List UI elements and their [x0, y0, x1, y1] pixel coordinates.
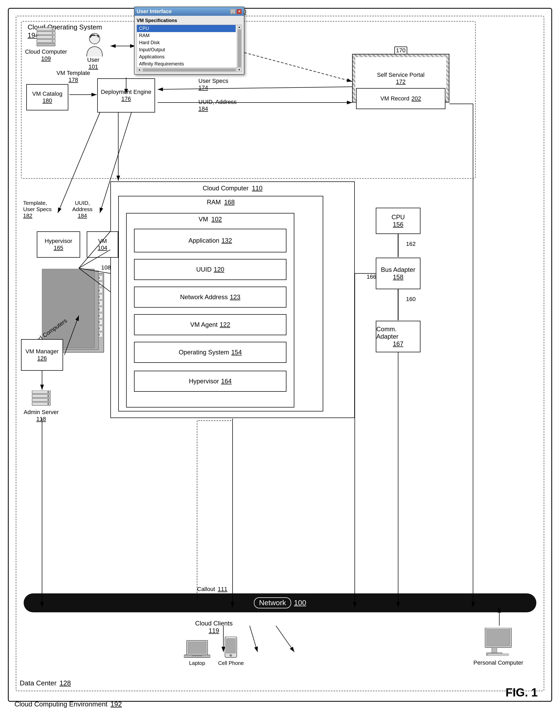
- vm-104-box: VM 104: [87, 231, 118, 258]
- scroll-up[interactable]: ▲: [238, 25, 241, 29]
- cpu-box: CPU 156: [376, 208, 420, 234]
- svg-point-38: [47, 395, 49, 397]
- deployment-engine-box: Deployment Engine 176: [97, 78, 155, 113]
- list-item-harddisk[interactable]: Hard Disk: [137, 39, 236, 46]
- client-icons: Laptop Cell Phone: [184, 637, 244, 666]
- deployment-engine-label: Deployment Engine 176: [101, 89, 151, 102]
- uuid-box: UUID 120: [134, 259, 286, 280]
- scroll-thumb: [238, 29, 241, 67]
- pc-icon: [481, 628, 515, 659]
- scroll-down[interactable]: ▼: [238, 68, 241, 72]
- list-item-io[interactable]: Input/Output: [137, 46, 236, 53]
- network-oval: Network: [254, 597, 291, 608]
- svg-point-7: [52, 40, 53, 42]
- personal-computer: Personal Computer: [473, 628, 523, 666]
- laptop-device: Laptop: [184, 639, 210, 666]
- scrollbar: ▲ ▼: [237, 25, 242, 72]
- svg-point-39: [47, 399, 49, 401]
- os-box: Operating System 154: [134, 342, 286, 363]
- vm-template-label: VM Template 178: [57, 70, 90, 83]
- vm-agent-box: VM Agent 122: [134, 314, 286, 335]
- ref-108: 108: [101, 264, 111, 271]
- svg-rect-49: [486, 629, 510, 646]
- hypervisor-164-box: Hypervisor 164: [134, 371, 286, 392]
- ssp-ref-170: 170: [394, 47, 407, 54]
- ui-body: VM Specifications ▲ ▼ CPU RAM Hard Disk …: [135, 16, 244, 74]
- fig-1-label: FIG. 1: [506, 686, 538, 699]
- list-item-affinity[interactable]: Affinity Requirements: [137, 60, 236, 68]
- admin-server-label: Admin Server 118: [24, 409, 59, 422]
- svg-point-4: [52, 28, 53, 30]
- admin-server-icon: [29, 390, 53, 409]
- laptop-icon: [184, 639, 210, 660]
- svg-point-47: [230, 654, 232, 657]
- ui-window: User Interface _ ✕ VM Specifications ▲ ▼…: [134, 7, 245, 75]
- comm-adapter-box: Comm. Adapter 167: [376, 321, 420, 352]
- cloud-computer-top-label: Cloud Computer: [25, 48, 67, 55]
- network-bar: Network 100: [24, 593, 536, 612]
- diagram: Cloud Computing Environment 192 Data Cen…: [0, 0, 560, 728]
- user-specs-label: User Specs 174: [199, 78, 228, 91]
- window-controls: _ ✕: [230, 9, 242, 14]
- cellphone-icon: [224, 637, 238, 660]
- cellphone-device: Cell Phone: [218, 637, 244, 666]
- user: User 101: [82, 33, 105, 70]
- user-ref: 101: [89, 63, 98, 70]
- callout-111-label: Callout 111: [197, 586, 227, 593]
- ref-166-label: 166: [366, 273, 376, 280]
- vm102-label: VM 102: [199, 216, 222, 223]
- uuid-address-top-label: UUID, Address 184: [199, 99, 237, 112]
- cloud-clients: Cloud Clients 119 Laptop Cell: [184, 620, 244, 666]
- admin-server: Admin Server 118: [24, 390, 59, 422]
- user-icon: [82, 33, 105, 57]
- cloud-computer-icon: [33, 26, 59, 47]
- list-item-ram[interactable]: RAM: [137, 32, 236, 39]
- cloud-computer-top: Cloud Computer 109: [25, 26, 67, 62]
- svg-rect-46: [226, 639, 236, 653]
- list-item-cpu[interactable]: CPU: [137, 25, 236, 32]
- svg-rect-8: [37, 43, 55, 46]
- cloud-computer-top-ref: 109: [41, 55, 51, 62]
- ui-list: ▲ ▼ CPU RAM Hard Disk Input/Output Appli…: [137, 25, 242, 72]
- svg-rect-52: [488, 654, 509, 656]
- uuid-address-mid-label: UUID, Address 184: [72, 200, 93, 219]
- svg-rect-50: [492, 648, 497, 653]
- list-item-apps[interactable]: Applications: [137, 53, 236, 60]
- horiz-scrollbar: ◄ ►: [137, 68, 242, 72]
- ssp-label: Self Service Portal 172: [377, 72, 425, 85]
- template-user-specs-label: Template, User Specs 182: [23, 200, 52, 219]
- ui-subtitle: VM Specifications: [137, 18, 242, 23]
- vm-catalog-label: VM Catalog 180: [32, 90, 63, 104]
- svg-point-6: [52, 36, 53, 38]
- close-button[interactable]: ✕: [237, 9, 242, 14]
- ref-162-label: 162: [406, 241, 416, 247]
- bus-adapter-box: Bus Adapter 158: [376, 258, 420, 289]
- user-label: User: [87, 57, 99, 63]
- svg-rect-42: [188, 642, 206, 654]
- vm-manager-box: VM Manager 126: [21, 339, 63, 371]
- ui-titlebar: User Interface _ ✕: [135, 7, 244, 16]
- svg-rect-44: [192, 655, 202, 656]
- network-address-box: Network Address 123: [134, 287, 286, 308]
- svg-point-5: [52, 32, 53, 34]
- cc110-label: Cloud Computer 110: [203, 185, 262, 192]
- cloud-computing-env-text: Cloud Computing Environment: [14, 700, 108, 708]
- application-box: Application 132: [134, 229, 286, 252]
- data-center-label: Data Center 128: [20, 679, 71, 687]
- cloud-computing-env-ref: 192: [110, 700, 122, 708]
- ref-160-label: 160: [406, 296, 416, 303]
- vm-catalog-box: VM Catalog 180: [26, 84, 68, 110]
- ui-title: User Interface: [137, 8, 172, 14]
- svg-point-37: [47, 391, 49, 393]
- ram-label: RAM 168: [207, 198, 235, 206]
- minimize-button[interactable]: _: [230, 9, 236, 14]
- hypervisor-165-box: Hypervisor 165: [37, 231, 80, 258]
- cloud-computing-env-label: Cloud Computing Environment 192: [14, 700, 122, 708]
- ui-list-items: CPU RAM Hard Disk Input/Output Applicati…: [137, 25, 242, 68]
- scroll-left[interactable]: ◄: [137, 68, 142, 71]
- horiz-thumb: [143, 69, 236, 71]
- cloud-clients-label: Cloud Clients 119: [195, 620, 233, 634]
- svg-point-40: [47, 403, 49, 405]
- vm-record-box: VM Record 202: [356, 88, 445, 109]
